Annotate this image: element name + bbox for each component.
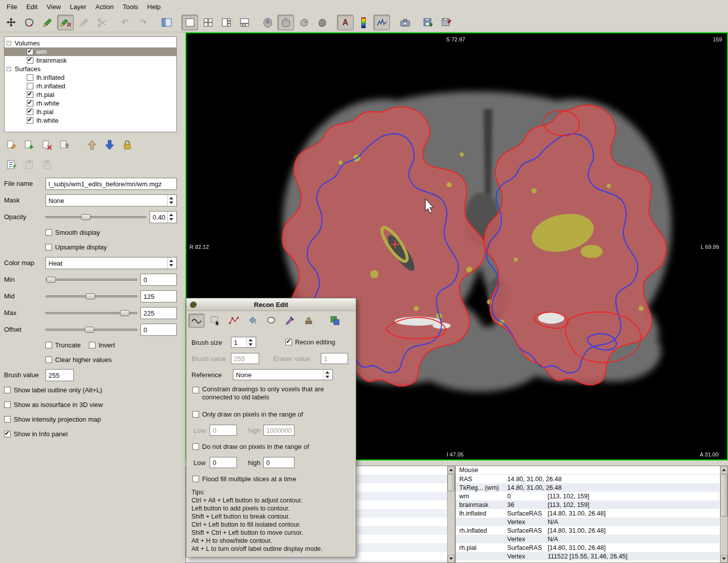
show-isosurface-checkbox[interactable]: Show as isosurface in 3D view [4, 401, 103, 408]
reference-combo[interactable]: None [233, 369, 333, 380]
move-layer-down-button[interactable] [103, 138, 116, 151]
unload-layer-button[interactable] [58, 138, 71, 151]
offset-slider[interactable] [45, 324, 137, 336]
checkbox-icon[interactable] [192, 411, 199, 418]
info-row[interactable]: Vertex N/A [456, 518, 719, 526]
smooth-display-checkbox[interactable]: Smooth display [45, 229, 100, 236]
info-row[interactable]: rh.inflated SurfaceRAS [14.80, 31.00, 26… [456, 526, 719, 535]
visibility-checkbox[interactable] [27, 100, 33, 107]
paste-settings-button[interactable] [23, 158, 36, 171]
info-row[interactable]: Vertex 111522 [15.55, 31.46, 26.45] [456, 552, 719, 560]
recon-editing-checkbox[interactable]: Recon editing [285, 338, 335, 346]
info-row[interactable]: Vertex N/A [456, 535, 719, 543]
visibility-checkbox[interactable] [27, 48, 33, 55]
visibility-checkbox[interactable] [27, 109, 33, 115]
color-map-combo[interactable]: Heat [45, 257, 177, 269]
voxel-edit-button[interactable] [39, 15, 56, 30]
lasso-tool-button[interactable] [263, 314, 279, 328]
info-row[interactable]: TkReg... (wm) 14.80, 31.00, 26.48 [456, 483, 719, 492]
remove-layer-button[interactable] [40, 138, 54, 151]
paste-settings-all-button[interactable] [40, 158, 54, 171]
lock-layer-button[interactable] [121, 138, 134, 151]
visibility-checkbox[interactable] [27, 117, 33, 124]
checkbox-icon[interactable] [192, 387, 199, 393]
checkbox-icon[interactable] [45, 356, 52, 363]
navigate-button[interactable] [3, 15, 19, 30]
toggle-panel-button[interactable] [158, 15, 175, 30]
mouse-panel-scrollbar[interactable] [720, 466, 727, 562]
tree-item-lh-white[interactable]: lh.white [5, 116, 176, 125]
tree-item-wm[interactable]: wm [5, 47, 176, 56]
min-input[interactable]: 0 [140, 274, 177, 286]
select-tool-button[interactable] [207, 314, 223, 328]
checkbox-icon[interactable] [45, 244, 52, 250]
cursor-panel-scrollbar[interactable] [447, 466, 455, 562]
menu-layer[interactable]: Layer [65, 1, 91, 13]
slider-handle[interactable] [120, 310, 129, 316]
scroll-up-icon[interactable] [448, 466, 455, 474]
flood-fill-checkbox[interactable]: Flood fill multiple slices at a time [192, 475, 296, 483]
info-row[interactable]: rh.pial SurfaceRAS [14.80, 31.00, 26.48] [456, 543, 719, 552]
tree-item-lh-pial[interactable]: lh.pial [5, 108, 176, 116]
show-intensity-projection-checkbox[interactable]: Show intensity projection map [4, 416, 101, 423]
clone-tool-button[interactable] [301, 314, 317, 328]
scroll-down-icon[interactable] [448, 555, 455, 562]
layout-1x1-button[interactable] [181, 15, 198, 30]
save-volume-button[interactable] [420, 15, 436, 30]
tree-item-rh-white[interactable]: rh.white [5, 99, 176, 108]
menu-help[interactable]: Help [142, 1, 165, 13]
view-sagittal-button[interactable] [296, 15, 312, 30]
max-slider[interactable] [45, 307, 137, 319]
visibility-checkbox[interactable] [27, 83, 33, 89]
slider-handle[interactable] [86, 293, 95, 299]
checkbox-icon[interactable] [4, 416, 11, 423]
histogram-button[interactable] [373, 15, 390, 30]
menu-edit[interactable]: Edit [22, 1, 42, 13]
tree-item-brainmask[interactable]: brainmask [5, 56, 176, 65]
eyedropper-tool-button[interactable] [282, 314, 298, 328]
recon-edit-dialog[interactable]: Recon Edit Brush size 1 [186, 298, 356, 557]
brush-size-spinbox[interactable]: 1 [231, 337, 256, 348]
truncate-checkbox[interactable]: Truncate [45, 341, 81, 349]
menu-action[interactable]: Action [91, 1, 118, 13]
file-name-input[interactable]: l_subjs/wm1_edits_before/mri/wm.mgz [45, 178, 177, 190]
pointset-edit-button[interactable] [75, 15, 92, 30]
view-coronal-button[interactable] [277, 15, 294, 30]
range2-high-input[interactable]: 0 [263, 457, 295, 468]
mask-combo[interactable]: None [45, 194, 177, 207]
annotation-button[interactable]: A [337, 15, 354, 30]
show-label-outline-checkbox[interactable]: Show label outline only (Alt+L) [4, 386, 102, 394]
dialog-brush-value-input[interactable]: 255 [231, 353, 259, 364]
checkbox-icon[interactable] [89, 342, 95, 348]
do-not-draw-checkbox[interactable]: Do not draw on pixels in the range of [192, 443, 309, 450]
checkbox-icon[interactable] [4, 401, 11, 408]
edit-layer-button[interactable] [5, 138, 18, 151]
slider-handle[interactable] [85, 327, 94, 333]
info-row[interactable]: RAS 14.80, 31.00, 26.48 [456, 475, 719, 483]
mid-input[interactable]: 125 [140, 290, 177, 302]
collapse-icon[interactable] [7, 67, 11, 71]
info-row[interactable]: brainmask 36 [113, 102, 159] [456, 500, 719, 509]
layout-2x2-button[interactable] [200, 15, 216, 30]
mid-slider[interactable] [45, 290, 137, 302]
add-layer-button[interactable] [23, 138, 36, 151]
opacity-spinbox[interactable]: 0.40 [150, 211, 177, 223]
menu-tools[interactable]: Tools [118, 1, 142, 13]
scroll-thumb[interactable] [448, 474, 455, 491]
move-layer-up-button[interactable] [85, 138, 99, 151]
min-slider[interactable] [45, 274, 137, 286]
freehand-tool-button[interactable] [188, 314, 205, 328]
collapse-icon[interactable] [7, 41, 11, 45]
range2-low-input[interactable]: 0 [210, 457, 237, 468]
dialog-titlebar[interactable]: Recon Edit [186, 298, 356, 311]
tree-group-volumes[interactable]: Volumes [5, 39, 176, 47]
checkbox-icon[interactable] [192, 476, 199, 482]
range1-low-input[interactable]: 0 [210, 425, 237, 436]
visibility-checkbox[interactable] [27, 74, 33, 81]
view-axial-button[interactable] [259, 15, 276, 30]
recon-edit-button[interactable]: R [57, 15, 74, 30]
polyline-tool-button[interactable] [226, 314, 242, 328]
offset-input[interactable]: 0 [140, 324, 177, 336]
brush-value-input[interactable]: 255 [45, 369, 74, 381]
clear-higher-values-checkbox[interactable]: Clear higher values [45, 356, 112, 364]
